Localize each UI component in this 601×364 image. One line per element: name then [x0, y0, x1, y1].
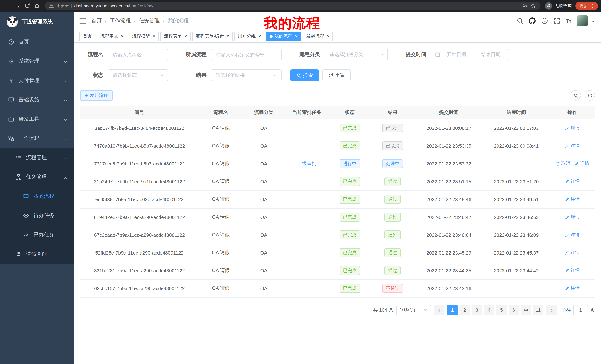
sidebar-item-infra[interactable]: 基础设施 [0, 90, 74, 109]
url-text[interactable]: dashboard.yudao.iocoder.cn/bpm/task/my [74, 3, 153, 8]
goto-page-input[interactable] [573, 305, 588, 315]
sidebar-item-home[interactable]: 首页 [0, 32, 74, 52]
tab-home[interactable]: 首页 [80, 31, 95, 41]
category-placeholder: 请选择流程分类 [330, 51, 363, 58]
tab-process-model[interactable]: 流程模型× [129, 31, 159, 41]
sidebar-item-done-tasks[interactable]: ✂已办任务 [0, 225, 74, 245]
annotation-text: 我的流程 [264, 14, 320, 33]
tab-close-icon[interactable]: × [327, 34, 330, 38]
sidebar-item-devtools[interactable]: 研发工具 [0, 109, 74, 129]
process-name-input[interactable] [108, 49, 168, 60]
home-glyph-icon [34, 3, 40, 9]
breadcrumb-item[interactable]: 首页 [91, 18, 102, 24]
sidebar-item-workflow[interactable]: 工作流程 [0, 129, 74, 148]
page-button-2[interactable]: 2 [460, 305, 470, 315]
next-page-button[interactable]: › [546, 305, 557, 315]
key-icon[interactable] [522, 3, 528, 9]
github-icon[interactable] [529, 18, 535, 24]
detail-action-link[interactable]: 详情 [565, 125, 580, 131]
tab-close-icon[interactable]: × [258, 34, 261, 38]
help-icon[interactable]: ? [541, 18, 548, 24]
sidebar-item-my-process[interactable]: 我的流程 [0, 187, 74, 206]
table-head-row: 编号流程名流程分类当前审批任务状态结果提交时间结束时间操作 [80, 106, 595, 119]
page-button-11[interactable]: 11 [533, 305, 543, 315]
sidebar-item-system[interactable]: ⚙系统管理 [0, 52, 74, 71]
update-button[interactable]: 更新 ⋮ [575, 2, 598, 10]
scissors-icon: ✂ [23, 232, 29, 238]
tab-user-group[interactable]: 用户分组× [235, 31, 264, 41]
page-button-4[interactable]: 4 [484, 305, 494, 315]
tab-close-icon[interactable]: × [227, 34, 229, 38]
chevron-down-icon[interactable] [591, 19, 595, 24]
security-label[interactable]: 不安全 [56, 3, 69, 9]
tab-close-icon[interactable]: × [152, 34, 155, 38]
url-domain: dashboard.yudao.iocoder.cn [74, 3, 128, 8]
breadcrumb-item[interactable]: 工作流程 [110, 18, 131, 24]
cancel-action-link[interactable]: 取消 [556, 161, 570, 167]
home-icon[interactable] [32, 1, 42, 10]
sidebar-item-payment[interactable]: ¥支付管理 [0, 71, 74, 90]
detail-action-link[interactable]: 详情 [565, 267, 580, 274]
page-button-1[interactable]: 1 [447, 305, 458, 315]
tab-close-icon[interactable]: × [184, 34, 187, 38]
reset-button[interactable]: 重置 [322, 69, 351, 81]
fullscreen-icon[interactable] [553, 18, 560, 24]
sidebar-item-todo-tasks[interactable]: 待办任务 [0, 206, 74, 225]
tab-process-definition[interactable]: 流程定义× [97, 31, 127, 41]
date-range-picker[interactable]: 开始日期 - 结束日期 [431, 49, 509, 60]
page-button-6[interactable]: 6 [509, 305, 519, 315]
sidebar-item-process-mgmt[interactable]: 流程管理 [0, 148, 74, 167]
tab-close-icon[interactable]: × [121, 34, 123, 38]
address-divider [71, 3, 72, 8]
create-process-label: 发起流程 [90, 92, 108, 98]
cell-result: 通过 [371, 208, 415, 226]
star-icon[interactable] [531, 3, 536, 9]
breadcrumb-item[interactable]: 任务管理 [139, 18, 160, 24]
sidebar-item-leave-query[interactable]: 请假查询 [0, 245, 74, 264]
page-button-5[interactable]: 5 [496, 305, 507, 315]
detail-action-link[interactable]: 详情 [565, 196, 580, 202]
detail-action-link[interactable]: 详情 [565, 285, 580, 291]
chevron-down-icon [63, 117, 68, 121]
tab-process-form[interactable]: 流程表单× [160, 31, 190, 41]
reload-icon[interactable] [22, 1, 32, 10]
cell-id: 331bc281-7b9a-11ec-a290-acde48001122 [80, 262, 199, 279]
menu-dots-icon[interactable]: ⋮ [589, 3, 596, 9]
avatar[interactable] [577, 15, 588, 26]
detail-action-link[interactable]: 详情 [565, 232, 580, 238]
current-task-link[interactable]: 一级审批 [297, 161, 316, 166]
cell-end-time: 2022-01-23 00:08:41 [483, 137, 550, 155]
tab-start-process[interactable]: 发起流程× [303, 31, 333, 41]
detail-action-link[interactable]: 详情 [565, 178, 580, 185]
page-button-3[interactable]: 3 [472, 305, 482, 315]
search-toggle-button[interactable] [571, 90, 581, 101]
create-process-button[interactable]: + 发起流程 [80, 90, 112, 101]
category-select[interactable]: 请选择流程分类 [325, 49, 388, 60]
sidebar-item-task-mgmt[interactable]: 任务管理 [0, 167, 74, 187]
forward-icon[interactable]: → [13, 1, 22, 10]
page-size-select[interactable]: 10条/页 [396, 305, 431, 315]
tab-close-icon[interactable]: × [295, 34, 298, 38]
font-size-icon[interactable]: TT [566, 18, 571, 24]
detail-action-link[interactable]: 详情 [575, 161, 589, 167]
hamburger-icon[interactable] [74, 11, 91, 30]
table-body: 3ad174fb-7b9d-11ec-8404-acde48001122OA 请… [80, 119, 595, 297]
search-button[interactable]: 搜索 [290, 69, 319, 81]
prev-page-button[interactable]: ‹ [434, 305, 444, 315]
status-select[interactable]: 请选择状态 [108, 69, 168, 81]
org-icon [16, 174, 21, 180]
search-icon[interactable] [517, 18, 523, 24]
edit-icon [565, 215, 570, 219]
tab-my-process[interactable]: 我的流程× [266, 31, 301, 41]
pagination-ellipsis[interactable]: ••• [521, 305, 531, 315]
refresh-table-button[interactable] [585, 90, 595, 101]
result-select[interactable]: 请选择流结果 [211, 69, 281, 81]
detail-action-link[interactable]: 详情 [565, 214, 580, 220]
address-bar[interactable]: 不安全 dashboard.yudao.iocoder.cn/bpm/task/… [45, 2, 541, 10]
tab-process-form-edit[interactable]: 流程表单-编辑× [192, 31, 233, 41]
back-icon[interactable]: ← [3, 1, 13, 10]
process-def-input[interactable] [211, 49, 281, 60]
sidebar-menu: 首页⚙系统管理¥支付管理基础设施研发工具工作流程流程管理任务管理我的流程待办任务… [0, 32, 74, 364]
detail-action-link[interactable]: 详情 [565, 143, 580, 149]
detail-action-link[interactable]: 详情 [565, 249, 580, 256]
